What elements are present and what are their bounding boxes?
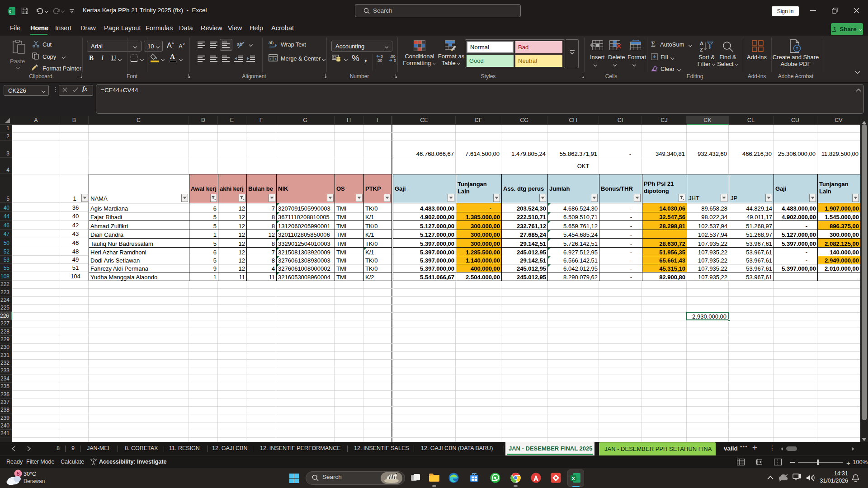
svg-text:.00: .00 [377,58,382,62]
svg-text:0: 0 [394,58,396,62]
svg-text:x: x [572,475,575,481]
svg-text:ab: ab [269,40,274,45]
svg-text:x: x [9,9,11,14]
svg-text:Z: Z [700,47,703,52]
svg-text:A: A [700,41,703,46]
svg-text:6: 6 [16,470,19,477]
